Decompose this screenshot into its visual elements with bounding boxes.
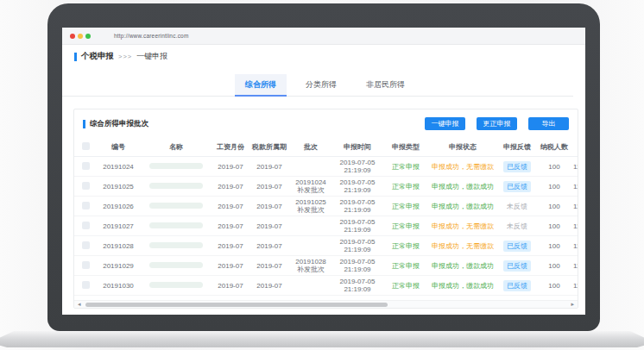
row-checkbox[interactable] [82, 162, 90, 170]
scroll-right-icon[interactable]: ▸ [571, 301, 574, 308]
taxpayer-count: 100 [537, 282, 571, 290]
maximize-window-icon[interactable] [85, 34, 91, 39]
clipped-value: 11 [571, 163, 578, 171]
declare-time: 2019-07-0521:19:09 [331, 218, 383, 234]
clipped-value: 11 [571, 262, 578, 270]
salary-month: 2019-07 [212, 203, 249, 210]
name-cell [140, 242, 212, 250]
tax-period: 2019-07 [249, 183, 290, 191]
declare-clock: 21:19:09 [331, 226, 383, 234]
income-type-tabs: 综合所得分类所得非居民所得 [62, 74, 573, 97]
name-cell [140, 163, 212, 171]
table-row: 201910292019-072019-0720191028补发批次2019-0… [74, 256, 578, 276]
row-checkbox[interactable] [82, 261, 90, 269]
declare-clock: 21:19:09 [331, 206, 383, 214]
declare-status: 申报成功，无需缴款 [428, 162, 497, 172]
declare-type: 正常申报 [383, 261, 428, 271]
taxpayer-count: 100 [537, 203, 571, 210]
declare-time: 2019-07-0521:19:09 [331, 198, 383, 214]
tab-3[interactable]: 非居民所得 [356, 74, 415, 96]
masked-name-placeholder [149, 222, 203, 228]
name-cell [140, 203, 212, 210]
declare-status-text: 申报成功，缴款成功 [432, 282, 494, 290]
taxpayer-count: 100 [537, 163, 571, 171]
declare-status: 申报成功，缴款成功 [428, 202, 497, 211]
table-header-row: 编号名称工资月份税款所属期批次申报时间申报类型申报状态申报反馈纳税人数 [74, 138, 578, 157]
related-batch: 20191025补发批次 [290, 198, 331, 214]
column-header: 申报类型 [383, 142, 428, 152]
related-batch-no: 20191028 [290, 258, 331, 266]
row-select-cell [74, 182, 97, 191]
column-header: 批次 [290, 142, 331, 152]
panel-actions: 一键申报 更正申报 导出 [425, 117, 569, 130]
correct-declare-button[interactable]: 更正申报 [477, 117, 517, 130]
tab-1[interactable]: 综合所得 [235, 74, 287, 97]
table-row: 201910282019-072019-072019-07-0521:19:09… [74, 236, 578, 256]
declare-status: 申报成功，缴款成功 [428, 182, 497, 191]
tax-period: 2019-07 [249, 262, 290, 270]
row-checkbox[interactable] [82, 222, 90, 229]
table-row: 201910302019-072019-072019-07-0521:19:09… [74, 276, 578, 296]
feedback-cell: 未反馈 [497, 202, 537, 211]
panel-title: 综合所得申报批次 [90, 119, 148, 129]
declare-date: 2019-07-05 [331, 159, 383, 166]
masked-name-placeholder [149, 203, 203, 209]
declare-type-text: 正常申报 [392, 282, 420, 290]
column-header: 申报反馈 [497, 142, 537, 152]
column-header: 税款所属期 [249, 142, 290, 152]
row-checkbox[interactable] [82, 281, 90, 289]
name-cell [140, 282, 212, 290]
declare-clock: 21:19:09 [331, 186, 383, 194]
declare-date: 2019-07-05 [331, 258, 383, 266]
row-checkbox[interactable] [82, 182, 90, 190]
declare-status-text: 申报成功，缴款成功 [432, 262, 494, 270]
tax-period: 2019-07 [249, 203, 290, 210]
clipped-value: 11 [571, 242, 578, 250]
batch-id: 20191029 [97, 262, 140, 270]
tax-period: 2019-07 [249, 282, 290, 290]
feedback-cell: 未反馈 [497, 222, 537, 231]
name-cell [140, 183, 212, 191]
feedback-badge: 已反馈 [503, 280, 531, 291]
declare-status-text: 申报成功，缴款成功 [432, 203, 494, 210]
declare-type: 正常申报 [383, 202, 428, 211]
row-checkbox[interactable] [82, 241, 90, 249]
declare-time: 2019-07-0521:19:09 [331, 278, 383, 293]
column-header: 编号 [97, 142, 140, 152]
salary-month: 2019-07 [212, 242, 249, 250]
close-window-icon[interactable] [70, 34, 75, 39]
header-select-all [74, 142, 97, 152]
select-all-checkbox[interactable] [82, 142, 90, 150]
batch-panel: 综合所得申报批次 一键申报 更正申报 导出 编号名称工资月份税款所属期批次申报时… [73, 109, 578, 309]
masked-name-placeholder [149, 242, 203, 248]
clipped-value: 11 [571, 282, 578, 290]
address-bar[interactable]: http://www.careerintlinc.com [114, 33, 189, 39]
batch-id: 20191025 [97, 183, 140, 191]
horizontal-scrollbar[interactable]: ◂ ▸ [74, 300, 578, 308]
row-select-cell [74, 241, 97, 251]
column-header: 纳税人数 [537, 142, 571, 152]
minimize-window-icon[interactable] [78, 34, 83, 39]
feedback-cell: 已反馈 [497, 280, 537, 291]
declare-clock: 21:19:09 [331, 285, 383, 293]
row-checkbox[interactable] [82, 202, 90, 209]
laptop-base [0, 331, 644, 347]
taxpayer-count: 100 [537, 262, 571, 270]
feedback-badge: 已反馈 [503, 260, 531, 272]
scrollbar-thumb[interactable] [85, 303, 388, 307]
declare-type-text: 正常申报 [392, 183, 420, 191]
feedback-cell: 已反馈 [497, 260, 537, 272]
declare-type-text: 正常申报 [392, 242, 420, 250]
tab-2[interactable]: 分类所得 [295, 74, 347, 96]
declare-type-text: 正常申报 [392, 203, 420, 210]
row-select-cell [74, 281, 97, 291]
declare-status-text: 申报成功，无需缴款 [432, 222, 494, 230]
declare-status: 申报成功，无需缴款 [428, 222, 497, 231]
declare-type: 正常申报 [383, 281, 428, 291]
tax-period: 2019-07 [249, 163, 290, 171]
related-batch-label: 补发批次 [290, 266, 331, 273]
scroll-left-icon[interactable]: ◂ [78, 301, 81, 308]
export-button[interactable]: 导出 [528, 117, 569, 130]
one-click-declare-button[interactable]: 一键申报 [425, 117, 465, 130]
name-cell [140, 222, 212, 230]
